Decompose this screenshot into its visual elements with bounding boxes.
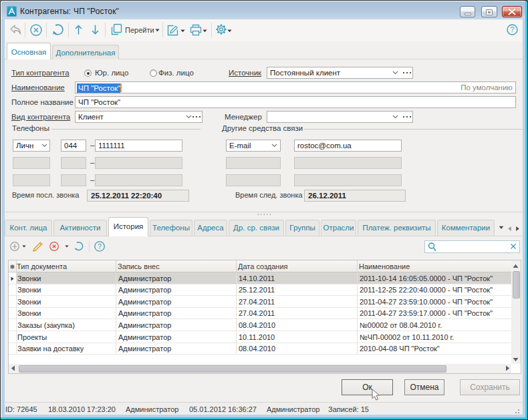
- svg-text:?: ?: [98, 243, 102, 250]
- svg-text:?: ?: [511, 25, 515, 33]
